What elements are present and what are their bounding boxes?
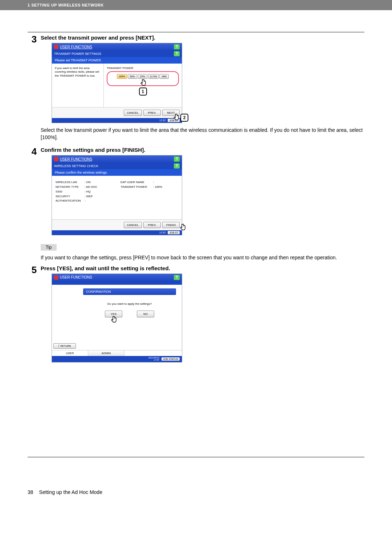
- panel1-footer: CANCEL PREV. NEXT: [52, 107, 182, 118]
- panel1-subbar-text: TRANSMIT POWER SETTINGS: [54, 52, 101, 56]
- bottom-rule: [28, 457, 364, 457]
- panel1-status: 17:57 JOB ST: [52, 118, 182, 123]
- top-rule: [28, 32, 364, 32]
- cancel-button[interactable]: CANCEL: [124, 110, 142, 116]
- app-icon: [54, 45, 58, 49]
- page-footer: 38 Setting up the Ad Hoc Mode: [0, 489, 392, 502]
- row-ssid: SSID: HQ: [56, 190, 113, 194]
- panel2-titlebar: USER FUNCTIONS ?: [52, 155, 182, 163]
- panel1-title: USER FUNCTIONS: [60, 45, 92, 49]
- tp-min-button[interactable]: MIN: [159, 74, 169, 79]
- step-4: 4 Confirm the settings and press [FINISH…: [28, 147, 364, 235]
- step-3-title: Select the transmit power and press [NEX…: [41, 35, 364, 41]
- job-status-button[interactable]: JOB STATUS: [162, 357, 180, 361]
- step-4-number: 4: [28, 147, 41, 235]
- page-number: 38: [28, 489, 33, 495]
- footer-section: Setting up the Ad Hoc Mode: [39, 489, 102, 495]
- finish-button[interactable]: FINISH: [162, 222, 180, 228]
- confirmation-panel: USER FUNCTIONS ? ⤴ RETURN CONFIRMATION D…: [52, 274, 182, 362]
- pointer-hand-icon: [109, 316, 118, 324]
- panel3-left: ⤴ RETURN: [52, 285, 77, 350]
- tp-25-button[interactable]: 25%: [138, 74, 147, 79]
- return-arrow-icon: ⤴: [58, 345, 60, 347]
- panel3-title: USER FUNCTIONS: [60, 275, 92, 279]
- app-icon: [54, 275, 58, 280]
- row-wireless-lan: WIRELESS LAN: ON: [56, 180, 113, 185]
- tip-label: Tip: [41, 244, 57, 251]
- tab-user[interactable]: USER: [52, 351, 88, 356]
- panel2-instruction: Please confirm the wireless settings.: [52, 169, 182, 176]
- prev-button[interactable]: PREV.: [143, 222, 161, 228]
- step-3-number: 3: [28, 35, 41, 143]
- panel1-subbar: TRANSMIT POWER SETTINGS ?: [52, 50, 182, 57]
- confirmation-text: Do you want to apply the settings?: [83, 302, 176, 305]
- step-3-description: Select the low transmit power if you wan…: [41, 127, 364, 141]
- row-authentication: AUTHENTICATION:: [56, 199, 113, 203]
- tp-100-button[interactable]: 100%: [117, 74, 127, 79]
- panel2-subbar: WIRELESS SETTING CHECK ?: [52, 163, 182, 169]
- return-label: RETURN: [60, 345, 71, 347]
- pointer-hand-icon: [172, 113, 180, 122]
- tip-text: If you want to change the settings, pres…: [41, 254, 364, 262]
- row-transmit-power: TRANSMIT POWER: 100%: [121, 185, 178, 190]
- settings-left-column: WIRELESS LAN: ON NETWORK TYPE: AD HOC SS…: [52, 176, 117, 219]
- confirmation-header: CONFIRMATION: [83, 288, 176, 295]
- settings-right-column: EAP USER NAME: TRANSMIT POWER: 100%: [117, 176, 182, 219]
- tp-50-button[interactable]: 50%: [128, 74, 137, 79]
- no-button[interactable]: NO: [137, 311, 154, 317]
- step-5-title: Press [YES], and wait until the setting …: [41, 265, 364, 271]
- panel2-title: USER FUNCTIONS: [60, 157, 92, 161]
- wireless-setting-check-panel: USER FUNCTIONS ? WIRELESS SETTING CHECK …: [52, 155, 182, 235]
- panel3-status: 2011/05/10 17:57 JOB STATUS: [52, 356, 182, 362]
- callout-1: 1: [139, 88, 147, 96]
- panel2-footer: CANCEL PREV. FINISH: [52, 219, 182, 230]
- pointer-hand-icon: [139, 79, 147, 88]
- panel3-subbar: [52, 281, 182, 285]
- step-5: 5 Press [YES], and wait until the settin…: [28, 265, 364, 362]
- help-icon[interactable]: ?: [174, 51, 180, 56]
- panel1-left-text: If you want to limit the area covering w…: [52, 64, 104, 107]
- step-3: 3 Select the transmit power and press [N…: [28, 35, 364, 143]
- chapter-header: 1 SETTING UP WIRELESS NETWORK: [0, 0, 392, 10]
- row-eap-user: EAP USER NAME:: [121, 180, 178, 185]
- pointer-hand-icon: [178, 223, 187, 232]
- app-icon: [54, 157, 58, 161]
- panel1-instruction: Please set TRANSMIT POWER.: [52, 57, 182, 64]
- cancel-button[interactable]: CANCEL: [124, 222, 142, 228]
- panel3-datetime: 2011/05/10 17:57: [148, 357, 159, 361]
- panel2-time: 17:57: [159, 231, 166, 234]
- tp-12-button[interactable]: 12.5%: [148, 74, 159, 79]
- panel2-status: 17:57 JOB ST: [52, 230, 182, 235]
- help-icon[interactable]: ?: [174, 44, 180, 49]
- chapter-title: 1 SETTING UP WIRELESS NETWORK: [28, 3, 104, 7]
- help-icon[interactable]: ?: [174, 163, 180, 169]
- panel1-titlebar: USER FUNCTIONS ?: [52, 43, 182, 50]
- help-icon[interactable]: ?: [174, 157, 180, 162]
- row-security: SECURITY: WEP: [56, 194, 113, 199]
- step-4-title: Confirm the settings and press [FINISH].: [41, 147, 364, 153]
- step-5-number: 5: [28, 265, 41, 362]
- transmit-power-options: 100% 50% 25% 12.5% MIN 1: [107, 71, 179, 86]
- panel1-time: 17:57: [159, 119, 166, 122]
- panel2-subbar-text: WIRELESS SETTING CHECK: [54, 164, 98, 168]
- callout-2: 2: [180, 114, 188, 122]
- transmit-power-label: TRANSMIT POWER: [107, 66, 179, 70]
- tab-admin[interactable]: ADMIN: [88, 351, 124, 356]
- return-button[interactable]: ⤴ RETURN: [53, 343, 76, 349]
- transmit-power-panel: USER FUNCTIONS ? TRANSMIT POWER SETTINGS…: [52, 43, 182, 123]
- panel3-titlebar: USER FUNCTIONS ?: [52, 274, 182, 281]
- panel3-tabs: USER ADMIN: [52, 350, 182, 356]
- row-network-type: NETWORK TYPE: AD HOC: [56, 185, 113, 190]
- prev-button[interactable]: PREV.: [143, 110, 161, 116]
- help-icon[interactable]: ?: [174, 275, 180, 280]
